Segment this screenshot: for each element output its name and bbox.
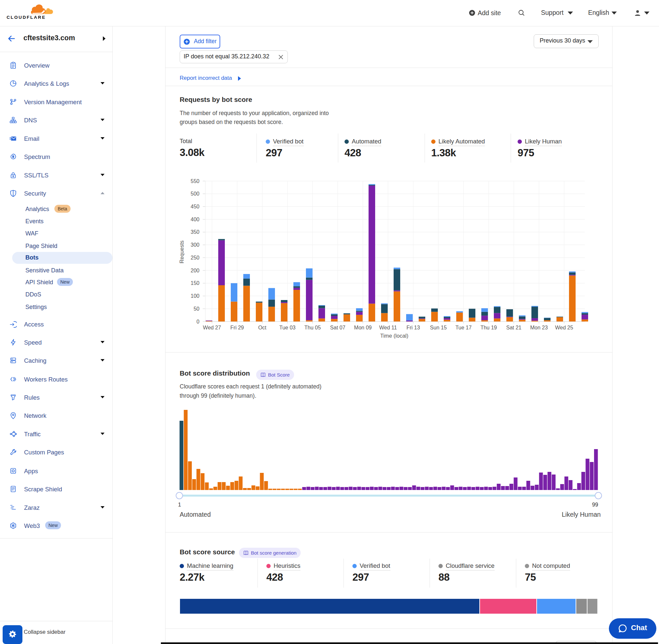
- svg-text:400: 400: [191, 217, 199, 222]
- svg-text:250: 250: [191, 255, 199, 260]
- svg-text:Mon 23: Mon 23: [530, 325, 547, 330]
- svg-text:Wed 25: Wed 25: [555, 325, 573, 330]
- svg-text:Tue 03: Tue 03: [279, 325, 296, 330]
- svg-text:Tue 17: Tue 17: [455, 325, 471, 330]
- svg-text:Fri 13: Fri 13: [406, 325, 420, 330]
- svg-text:50: 50: [193, 306, 199, 312]
- svg-text:Mon 09: Mon 09: [354, 325, 372, 330]
- svg-text:300: 300: [191, 242, 199, 248]
- svg-text:Wed 27: Wed 27: [203, 325, 221, 330]
- svg-text:Thu 05: Thu 05: [304, 325, 321, 330]
- svg-text:350: 350: [191, 229, 199, 235]
- svg-text:550: 550: [191, 178, 199, 184]
- svg-text:Thu 19: Thu 19: [480, 325, 497, 330]
- svg-text:Sun 15: Sun 15: [430, 325, 447, 330]
- svg-text:Sat 07: Sat 07: [330, 325, 345, 330]
- svg-text:150: 150: [191, 280, 199, 286]
- svg-text:500: 500: [191, 191, 199, 197]
- svg-text:100: 100: [191, 293, 199, 299]
- svg-text:Sat 21: Sat 21: [506, 325, 521, 330]
- svg-text:Oct: Oct: [258, 325, 266, 330]
- svg-text:0: 0: [196, 319, 199, 324]
- svg-text:450: 450: [191, 204, 199, 209]
- svg-text:Time (local): Time (local): [380, 333, 408, 339]
- svg-text:200: 200: [191, 268, 199, 273]
- svg-text:Fri 29: Fri 29: [231, 325, 244, 330]
- svg-text:Requests: Requests: [179, 240, 185, 263]
- svg-text:Wed 11: Wed 11: [379, 325, 397, 330]
